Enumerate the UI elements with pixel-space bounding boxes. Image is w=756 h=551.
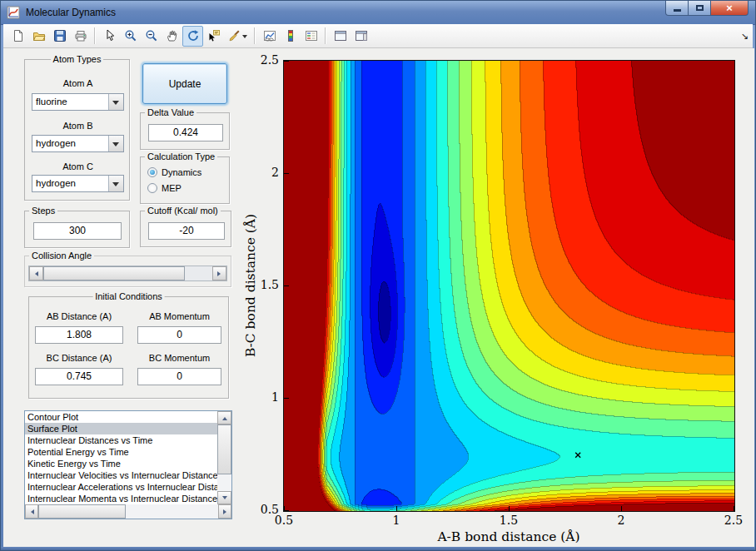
atom-a-label: Atom A <box>25 78 131 88</box>
delta-value-title: Delta Value <box>145 107 196 117</box>
slider-thumb[interactable] <box>43 266 185 280</box>
listbox-horizontal-scrollbar[interactable] <box>25 504 231 519</box>
x-axis-label: A-B bond distance (Å) <box>384 529 634 544</box>
plot-list-item[interactable]: Internuclear Velocities vs Internuclear … <box>25 469 217 481</box>
plot-axes <box>283 60 735 512</box>
atom-types-title: Atom Types <box>51 54 104 64</box>
ab-distance-field[interactable]: 1.808 <box>35 326 123 344</box>
initial-conditions-group: Initial Conditions AB Distance (A) AB Mo… <box>28 296 229 399</box>
chevron-down-icon[interactable] <box>108 176 123 191</box>
save-figure-button[interactable] <box>49 26 70 47</box>
x-tick-label: 1 <box>378 514 415 527</box>
pan-icon <box>166 29 179 42</box>
edit-plot-button[interactable] <box>99 26 120 47</box>
arrow-right-icon <box>223 509 229 514</box>
slider-right-arrow-button[interactable] <box>212 266 226 280</box>
scroll-right-button[interactable] <box>218 504 231 519</box>
zoom-in-icon <box>124 29 137 42</box>
cutoff-field[interactable]: -20 <box>148 222 225 240</box>
data-cursor-button[interactable] <box>203 26 224 47</box>
atom-a-dropdown[interactable]: fluorine <box>32 93 124 111</box>
pan-button[interactable] <box>162 26 182 47</box>
plot-list-item[interactable]: Internuclear Momenta vs Internuclear Dis… <box>25 493 217 504</box>
collision-angle-label: Collision Angle <box>29 251 94 261</box>
hscroll-thumb[interactable] <box>38 504 126 519</box>
insert-legend-button[interactable] <box>301 26 321 47</box>
new-figure-button[interactable] <box>7 26 28 47</box>
save-figure-icon <box>53 29 67 42</box>
toolbar-separator <box>325 27 326 44</box>
slider-left-arrow-button[interactable] <box>29 266 43 280</box>
minimize-button[interactable] <box>665 1 689 16</box>
arrow-up-icon <box>222 414 227 420</box>
plot-list-item[interactable]: Internuclear Distances vs Time <box>25 434 217 446</box>
print-figure-icon <box>74 29 87 42</box>
ab-momentum-field[interactable]: 0 <box>137 326 221 344</box>
hide-plot-tools-button[interactable] <box>330 26 351 47</box>
calculation-type-group: Calculation Type Dynamics MEP <box>140 156 230 204</box>
collision-angle-slider[interactable] <box>28 266 227 281</box>
radio-option-dynamics[interactable]: Dynamics <box>147 167 201 177</box>
link-plot-icon <box>263 29 276 42</box>
scroll-down-button[interactable] <box>217 491 231 504</box>
cutoff-group: Cutoff (Kcal/ mol) -20 <box>140 211 231 247</box>
steps-title: Steps <box>29 206 57 216</box>
print-figure-button[interactable] <box>70 26 91 47</box>
delta-value-field[interactable]: 0.424 <box>148 124 223 141</box>
radio-dynamics-label: Dynamics <box>162 167 201 177</box>
update-button[interactable]: Update <box>142 63 227 104</box>
open-file-icon <box>32 29 46 42</box>
plot-list-item[interactable]: Surface Plot <box>25 423 217 434</box>
plot-list-item[interactable]: Kinetic Energy vs Time <box>25 458 217 469</box>
new-figure-icon <box>12 29 25 42</box>
steps-field[interactable]: 300 <box>33 222 122 240</box>
arrow-left-icon <box>32 271 38 276</box>
plot-list-item[interactable]: Internuclear Accelerations vs Internucle… <box>25 481 217 493</box>
listbox-vertical-scrollbar[interactable] <box>217 411 231 504</box>
y-tick-label: 2 <box>252 166 279 179</box>
close-button[interactable]: × <box>711 1 749 16</box>
radio-option-mep[interactable]: MEP <box>147 183 182 193</box>
contour-canvas[interactable] <box>284 61 734 511</box>
insert-colorbar-icon <box>284 29 297 42</box>
rotate-3d-button[interactable] <box>182 26 203 47</box>
chevron-down-icon[interactable] <box>108 136 123 151</box>
zoom-in-button[interactable] <box>120 26 141 47</box>
atom-a-value: fluorine <box>36 97 67 107</box>
bc-distance-field[interactable]: 0.745 <box>35 368 123 385</box>
arrow-right-icon <box>217 271 223 276</box>
insert-legend-icon <box>305 29 318 42</box>
scroll-left-button[interactable] <box>25 504 38 519</box>
radio-icon <box>147 183 157 193</box>
x-tick-label: 1.5 <box>490 514 527 527</box>
open-file-button[interactable] <box>28 26 49 47</box>
atom-b-value: hydrogen <box>36 138 76 148</box>
app-window: Molecular Dynamics × <box>0 0 756 551</box>
zoom-out-icon <box>145 29 158 42</box>
atom-types-group: Atom Types Atom A fluorine Atom B hydrog… <box>24 59 130 201</box>
x-tick-label: 2 <box>603 514 639 527</box>
maximize-button[interactable] <box>689 1 711 16</box>
atom-c-label: Atom C <box>25 161 131 171</box>
y-axis-label: B-C bond distance (Å) <box>243 186 258 385</box>
atom-c-dropdown[interactable]: hydrogen <box>32 175 124 192</box>
y-tick-label: 2.5 <box>252 53 279 67</box>
edit-plot-icon <box>103 29 117 42</box>
toolbar-overflow-icon[interactable]: ↘ <box>741 31 749 42</box>
plot-list-item[interactable]: Contour Plot <box>25 411 217 423</box>
insert-colorbar-button[interactable] <box>280 26 301 47</box>
hide-plot-tools-icon <box>334 29 347 42</box>
chevron-down-icon[interactable] <box>108 94 123 110</box>
atom-b-dropdown[interactable]: hydrogen <box>32 135 124 152</box>
rotate-3d-icon <box>187 29 200 42</box>
zoom-out-button[interactable] <box>141 26 162 47</box>
bc-momentum-field[interactable]: 0 <box>137 368 221 385</box>
plot-list-item[interactable]: Potential Energy vs Time <box>25 446 217 458</box>
scroll-up-button[interactable] <box>217 411 231 424</box>
vscroll-thumb[interactable] <box>217 424 231 474</box>
title-bar[interactable]: Molecular Dynamics × <box>1 1 755 25</box>
brush-data-button[interactable] <box>224 26 251 47</box>
show-plot-tools-button[interactable] <box>351 26 371 47</box>
link-plot-button[interactable] <box>259 26 280 47</box>
brush-dropdown-icon[interactable] <box>242 35 247 41</box>
